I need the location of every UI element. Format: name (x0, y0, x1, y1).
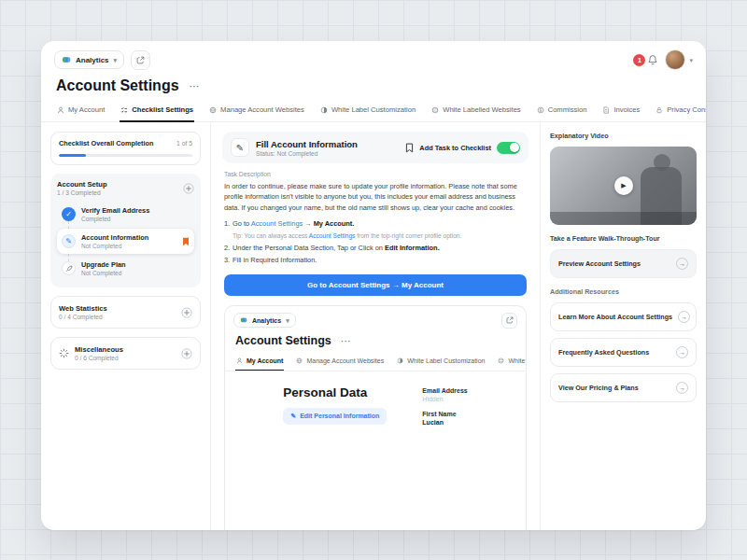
rocket-icon (62, 261, 76, 275)
workspace-switcher[interactable]: Analytics ▾ (54, 50, 124, 69)
arrow-right-icon: → (676, 258, 688, 270)
step-number: 2. (224, 243, 233, 253)
preview-tab-white-label-customization[interactable]: White Label Customization (396, 352, 486, 371)
item-status: Completed (81, 216, 149, 222)
tab-commission[interactable]: Commission (536, 99, 588, 122)
arrow-right-icon: → (678, 311, 690, 323)
play-icon[interactable]: ▶ (614, 176, 633, 195)
item-label: Upgrade Plan (81, 260, 126, 269)
step-text: Under the Personal Data Section, Tap or … (233, 243, 440, 253)
tab-white-labelled-websites[interactable]: White Labelled Websites (430, 99, 521, 122)
pricing-plans-button[interactable]: View Our Pricing & Plans → (550, 373, 697, 402)
task-description: In order to continue, please make sure t… (224, 181, 527, 213)
edit-personal-information-button[interactable]: ✎ Edit Personal Information (283, 408, 387, 425)
group-label: Web Statistics (59, 304, 107, 313)
chevron-down-icon: ▾ (689, 57, 693, 63)
field-value: Hidden (422, 396, 467, 402)
preview-tab-my-account[interactable]: My Account (235, 352, 284, 371)
task-description-heading: Task Description (224, 171, 527, 177)
plus-circle-icon[interactable] (181, 307, 192, 318)
tab-label: Privacy Consents (667, 105, 706, 114)
item-status: Not Completed (81, 270, 126, 276)
tab-checklist-settings[interactable]: Checklist Settings (120, 99, 194, 122)
tour-heading: Take a Feature Walk-Through-Tour (550, 234, 697, 243)
open-external-button[interactable] (131, 50, 150, 70)
spinner-icon (59, 348, 69, 358)
notifications[interactable]: 1 (633, 54, 658, 66)
checklist-group-miscellaneous[interactable]: Miscellaneous 0 / 6 Completed (50, 337, 201, 370)
tab-white-label-customization[interactable]: White Label Customization (319, 99, 416, 122)
group-label: Account Setup (57, 180, 107, 189)
tab-manage-account-websites[interactable]: Manage Account Websites (208, 99, 305, 122)
edit-icon: ✎ (231, 138, 249, 157)
preview-tab-bar: My Account Manage Account Websites White… (225, 352, 526, 371)
page-header: Account Settings ⋯ (41, 75, 706, 99)
tab-my-account[interactable]: My Account (56, 99, 106, 122)
checklist-group-web-statistics[interactable]: Web Statistics 0 / 4 Completed (50, 296, 201, 329)
stack-globe-icon (431, 106, 439, 114)
group-progress: 0 / 6 Completed (75, 355, 123, 361)
preview-workspace-switcher[interactable]: Analytics ▾ (233, 313, 296, 328)
go-to-account-settings-button[interactable]: Go to Account Settings → My Account (224, 274, 527, 296)
bookmark-icon (182, 237, 190, 246)
resources-panel: Explanatory Video ▶ Take a Feature Walk-… (540, 122, 706, 530)
preview-tab-white-labelled-websites[interactable]: White Labelled Websites (497, 352, 526, 371)
tab-label: Invoices (613, 105, 640, 114)
preview-page-menu-button[interactable]: ⋯ (339, 334, 353, 348)
checklist-sidebar: Checklist Overall Completion 1 of 5 Acco… (41, 122, 211, 530)
task-header: ✎ Fill Account Information Status: Not C… (222, 132, 529, 163)
app-window: Analytics ▾ 1 ▾ Account Setting (41, 41, 706, 530)
account-settings-link[interactable]: Account Settings (251, 219, 303, 228)
checklist-group-account-setup: Account Setup 1 / 3 Completed ✓ Verify E… (50, 174, 201, 287)
coin-icon (537, 106, 544, 114)
chevron-down-icon: ▾ (114, 57, 118, 63)
step-1: 1. Go to Account Settings → My Account. (224, 218, 527, 229)
tab-label: White Label Customization (331, 105, 416, 114)
field-label: Email Address (422, 387, 467, 394)
tab-invoices[interactable]: Invoices (601, 99, 641, 122)
group-items: ✓ Verify Email Address Completed ✎ Accou… (57, 202, 194, 281)
explanatory-video-thumbnail[interactable]: ▶ (550, 147, 697, 225)
preview-page-title: Account Settings (235, 334, 331, 347)
item-label: Account Information (81, 233, 148, 242)
video-desk (550, 212, 697, 225)
additional-resources-heading: Additional Resources (550, 287, 697, 296)
preview-account-settings-button[interactable]: Preview Account Settings → (550, 249, 697, 278)
account-settings-link[interactable]: Account Settings (309, 232, 355, 239)
step-number: 3. (224, 255, 233, 265)
button-label: View Our Pricing & Plans (558, 384, 639, 392)
step-text: Fill in Required Information. (233, 255, 317, 265)
embedded-preview: Analytics ▾ Account Settings ⋯ (224, 305, 527, 530)
overall-completion-count: 1 of 5 (176, 140, 192, 147)
learn-more-button[interactable]: Learn More About Account Settings → (550, 302, 697, 331)
group-header-account-setup[interactable]: Account Setup 1 / 3 Completed (57, 180, 194, 196)
add-task-toggle[interactable] (497, 142, 520, 154)
tab-label: White Labelled Websites (443, 105, 520, 114)
page-menu-button[interactable]: ⋯ (188, 79, 202, 93)
preview-tab-manage-account-websites[interactable]: Manage Account Websites (295, 352, 385, 371)
checklist-item-account-information[interactable]: ✎ Account Information Not Completed (57, 229, 194, 254)
field-first-name: First Name Lucian (422, 411, 467, 426)
preview-fields: Email Address Hidden First Name Lucian (422, 385, 467, 426)
plus-circle-icon[interactable] (183, 183, 194, 194)
preview-open-external-button[interactable] (501, 313, 517, 329)
workspace-logo-icon (62, 55, 71, 64)
tab-label: Manage Account Websites (306, 357, 384, 364)
tab-privacy-consents[interactable]: Privacy Consents (655, 99, 706, 122)
preview-top-bar: Analytics ▾ (225, 306, 526, 332)
checklist-item-verify-email-address[interactable]: ✓ Verify Email Address Completed (57, 202, 194, 227)
faq-button[interactable]: Frequently Asked Questions → (550, 338, 697, 367)
step-number: 1. (224, 218, 233, 229)
plus-circle-icon[interactable] (181, 348, 192, 359)
pencil-icon: ✎ (290, 413, 296, 420)
field-email-address: Email Address Hidden (422, 387, 467, 402)
step-1-tip: Tip: You can always access Account Setti… (233, 231, 527, 241)
arrow-right-icon: → (676, 346, 688, 358)
item-label: Verify Email Address (81, 206, 149, 215)
profile-menu[interactable]: ▾ (665, 49, 693, 70)
tab-label: Checklist Settings (132, 105, 193, 114)
checklist-item-upgrade-plan[interactable]: Upgrade Plan Not Completed (57, 256, 194, 281)
check-icon: ✓ (62, 207, 76, 221)
pencil-icon: ✎ (62, 234, 76, 248)
overall-completion-card: Checklist Overall Completion 1 of 5 (50, 132, 201, 165)
